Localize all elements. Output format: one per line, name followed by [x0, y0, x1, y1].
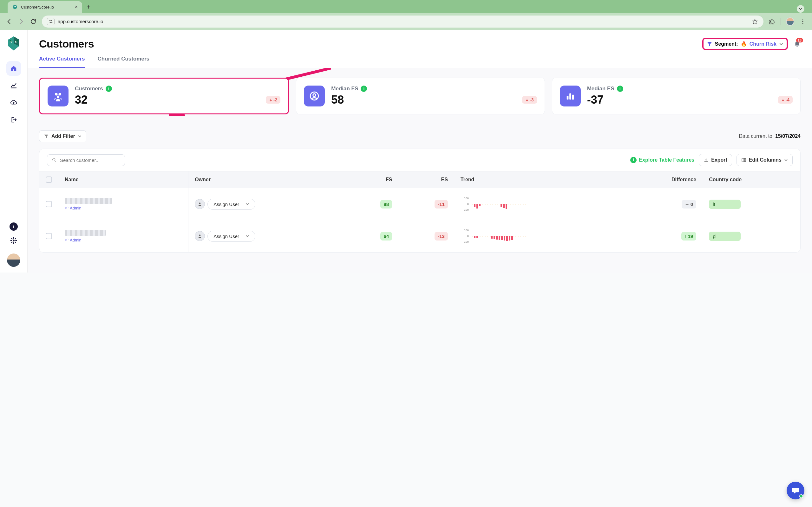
- card-customers: Customers i 32 -2: [39, 78, 289, 114]
- assign-user-dropdown[interactable]: Assign User: [207, 199, 255, 210]
- reload-icon[interactable]: [30, 18, 37, 25]
- info-icon[interactable]: i: [617, 86, 623, 92]
- back-icon[interactable]: [6, 18, 13, 25]
- extensions-icon[interactable]: [768, 18, 775, 25]
- customer-name-cell[interactable]: Admin: [65, 198, 182, 210]
- notification-badge: 13: [796, 38, 803, 43]
- data-current-label: Data current to: 15/07/2024: [739, 133, 801, 139]
- table-row: Admin Assign User 64 -13 1000-100: [39, 220, 800, 252]
- sidebar: i: [0, 30, 28, 273]
- svg-rect-37: [496, 236, 498, 239]
- url-input[interactable]: app.customerscore.io: [42, 15, 763, 27]
- svg-rect-35: [491, 236, 493, 239]
- explore-features-link[interactable]: i Explore Table Features: [630, 157, 694, 163]
- search-input[interactable]: [47, 154, 125, 166]
- tab-close-icon[interactable]: ×: [75, 4, 78, 10]
- nav-logout-icon[interactable]: [6, 112, 21, 127]
- th-es[interactable]: ES: [398, 171, 454, 188]
- add-filter-button[interactable]: Add Filter: [39, 130, 86, 142]
- th-name[interactable]: Name: [58, 171, 188, 188]
- export-button[interactable]: Export: [699, 154, 732, 166]
- search-field[interactable]: [60, 158, 120, 163]
- svg-rect-42: [509, 236, 510, 240]
- card-value: -37: [587, 93, 604, 107]
- svg-point-17: [313, 94, 316, 97]
- edit-columns-button[interactable]: Edit Columns: [737, 154, 793, 166]
- row-checkbox[interactable]: [46, 233, 52, 239]
- admin-link[interactable]: Admin: [65, 238, 182, 242]
- th-owner[interactable]: Owner: [189, 171, 346, 188]
- assign-user-dropdown[interactable]: Assign User: [207, 231, 255, 242]
- profile-avatar-icon[interactable]: [786, 17, 794, 26]
- site-settings-icon[interactable]: [47, 18, 55, 25]
- tab-churned-customers[interactable]: Churned Customers: [98, 56, 149, 68]
- admin-link[interactable]: Admin: [65, 206, 182, 210]
- svg-point-13: [55, 93, 58, 96]
- owner-avatar-icon: [195, 231, 205, 241]
- app-shell: i Customers Segment: 🔥 Churn Risk: [0, 30, 812, 273]
- th-difference[interactable]: Difference: [622, 171, 703, 188]
- svg-point-4: [51, 20, 52, 21]
- logo-icon[interactable]: [7, 36, 20, 49]
- customers-table-panel: i Explore Table Features Export Edit Col…: [39, 149, 801, 252]
- nav-home-icon[interactable]: [6, 61, 21, 76]
- nav-settings-icon[interactable]: [6, 233, 21, 248]
- segment-selector[interactable]: Segment: 🔥 Churn Risk: [702, 38, 788, 50]
- th-fs[interactable]: FS: [346, 171, 398, 188]
- bookmark-star-icon[interactable]: [751, 18, 758, 25]
- svg-point-6: [803, 19, 803, 20]
- segment-prefix: Segment:: [715, 41, 738, 47]
- card-median-es: Median ES i -37 -4: [552, 78, 801, 114]
- difference-badge: → 0: [681, 200, 696, 209]
- svg-point-11: [13, 239, 14, 241]
- svg-point-5: [50, 21, 51, 23]
- select-all-checkbox[interactable]: [46, 176, 52, 183]
- nav-analytics-icon[interactable]: [6, 78, 21, 93]
- svg-point-31: [199, 234, 201, 236]
- svg-rect-28: [501, 204, 502, 207]
- svg-rect-29: [503, 204, 505, 208]
- es-badge: -13: [435, 232, 448, 240]
- table-toolbar: Add Filter Data current to: 15/07/2024: [39, 130, 801, 142]
- browser-chrome: CustomerScore.io × + app.customerscore.i…: [0, 0, 812, 30]
- svg-rect-3: [51, 22, 52, 22]
- kebab-menu-icon[interactable]: [799, 18, 806, 25]
- customers-table: Name Owner FS ES Trend Difference Countr…: [39, 171, 800, 252]
- segment-emoji: 🔥: [741, 41, 747, 47]
- browser-tab[interactable]: CustomerScore.io ×: [8, 1, 82, 13]
- svg-rect-33: [474, 236, 475, 238]
- th-country[interactable]: Country code: [703, 171, 800, 188]
- bar-chart-icon: [560, 86, 581, 107]
- new-tab-button[interactable]: +: [87, 1, 90, 13]
- svg-point-0: [14, 6, 14, 7]
- user-avatar[interactable]: [7, 253, 20, 267]
- customer-name-cell[interactable]: Admin: [65, 230, 182, 242]
- tab-favicon-icon: [12, 4, 18, 10]
- redacted-name: [65, 230, 106, 236]
- svg-rect-40: [504, 236, 505, 240]
- nav-info-icon[interactable]: i: [9, 222, 18, 231]
- chrome-overflow-icon[interactable]: [797, 5, 804, 13]
- page-header: Customers Segment: 🔥 Churn Risk 13: [28, 30, 812, 68]
- card-value: 58: [331, 93, 344, 107]
- trend-sparkline: 1000-100: [461, 194, 616, 214]
- th-trend[interactable]: Trend: [454, 171, 622, 188]
- card-value: 32: [75, 93, 88, 107]
- svg-point-15: [57, 96, 60, 99]
- forward-icon[interactable]: [18, 18, 25, 25]
- user-circle-icon: [304, 86, 325, 107]
- row-checkbox[interactable]: [46, 201, 52, 207]
- table-row: Admin Assign User 88 -11 1000-100: [39, 188, 800, 220]
- summary-cards: Customers i 32 -2 Median FS: [39, 78, 801, 114]
- tab-active-customers[interactable]: Active Customers: [39, 56, 85, 68]
- svg-rect-36: [494, 236, 495, 239]
- svg-rect-34: [476, 236, 478, 238]
- svg-rect-2: [49, 20, 51, 21]
- fs-badge: 88: [380, 200, 392, 209]
- info-icon[interactable]: i: [106, 86, 112, 92]
- delta-badge: -3: [522, 96, 537, 104]
- notifications-button[interactable]: 13: [794, 41, 801, 48]
- info-icon[interactable]: i: [361, 86, 367, 92]
- nav-download-icon[interactable]: [6, 95, 21, 110]
- view-tabs: Active Customers Churned Customers: [39, 56, 801, 68]
